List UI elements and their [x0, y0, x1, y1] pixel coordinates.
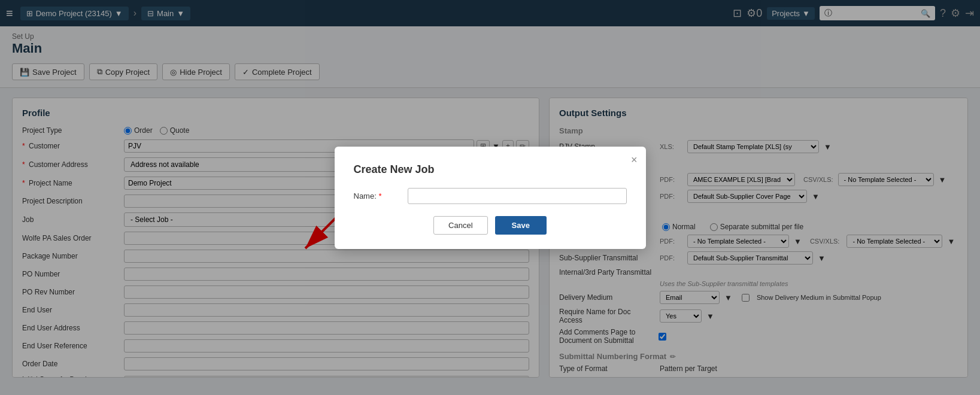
- modal-save-button[interactable]: Save: [495, 216, 547, 235]
- modal-name-input[interactable]: [408, 188, 627, 204]
- modal-name-row: Name: *: [354, 188, 627, 204]
- create-new-job-modal: × Create New Job Name: * Cancel Save: [335, 147, 646, 249]
- modal-cancel-button[interactable]: Cancel: [433, 216, 487, 235]
- modal-name-label: Name: *: [354, 192, 402, 200]
- modal-overlay[interactable]: × Create New Job Name: * Cancel Save: [0, 0, 980, 387]
- modal-close-button[interactable]: ×: [631, 154, 638, 166]
- modal-buttons: Cancel Save: [354, 216, 627, 235]
- name-required-star: *: [378, 192, 381, 200]
- modal-title: Create New Job: [354, 163, 627, 176]
